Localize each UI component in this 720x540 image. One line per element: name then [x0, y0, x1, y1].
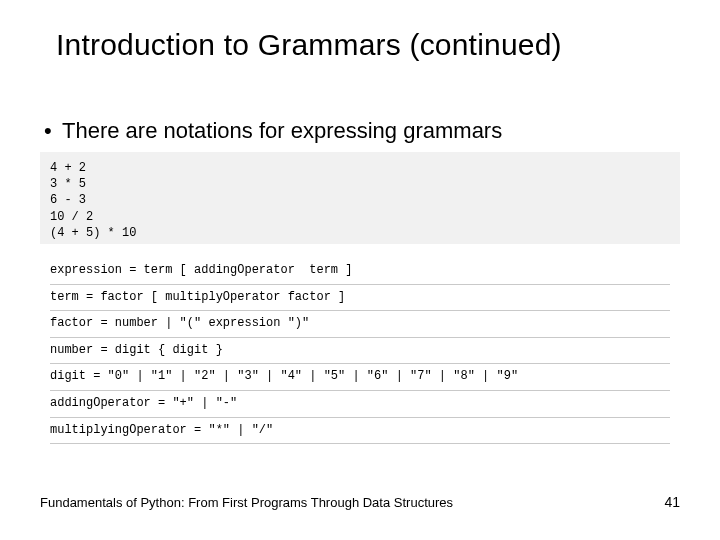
example-line: 3 * 5 — [50, 176, 670, 192]
slide: Introduction to Grammars (continued) •Th… — [0, 0, 720, 540]
grammar-line: multiplyingOperator = "*" | "/" — [50, 418, 670, 445]
grammar-line: addingOperator = "+" | "-" — [50, 391, 670, 418]
grammar-line: factor = number | "(" expression ")" — [50, 311, 670, 338]
grammar-line: digit = "0" | "1" | "2" | "3" | "4" | "5… — [50, 364, 670, 391]
example-line: 10 / 2 — [50, 209, 670, 225]
grammar-line: term = factor [ multiplyOperator factor … — [50, 285, 670, 312]
slide-title: Introduction to Grammars (continued) — [56, 28, 680, 62]
bullet-row: •There are notations for expressing gram… — [44, 118, 680, 144]
page-number: 41 — [664, 494, 680, 510]
example-line: 4 + 2 — [50, 160, 670, 176]
examples-box: 4 + 2 3 * 5 6 - 3 10 / 2 (4 + 5) * 10 — [40, 152, 680, 244]
grammar-line: number = digit { digit } — [50, 338, 670, 365]
bullet-text: There are notations for expressing gramm… — [62, 118, 502, 143]
example-line: 6 - 3 — [50, 192, 670, 208]
grammar-box: expression = term [ addingOperator term … — [40, 252, 680, 444]
bullet-marker: • — [44, 118, 62, 144]
grammar-line: expression = term [ addingOperator term … — [50, 258, 670, 285]
example-line: (4 + 5) * 10 — [50, 225, 670, 241]
footer-text: Fundamentals of Python: From First Progr… — [40, 495, 453, 510]
